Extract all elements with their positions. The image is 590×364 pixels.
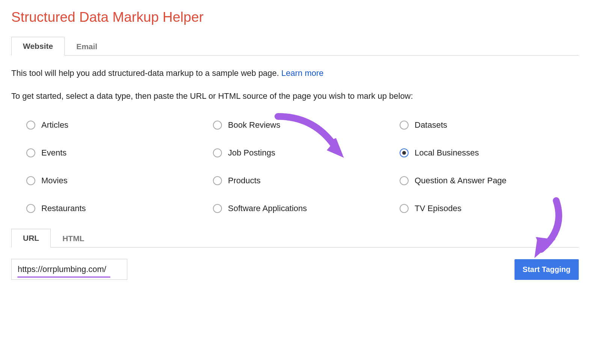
tab-website[interactable]: Website [11,37,65,56]
page-title: Structured Data Markup Helper [11,9,579,25]
annotation-underline [17,276,110,278]
radio-label: Local Businesses [415,148,479,158]
url-input-wrap [11,259,503,280]
radio-label: Job Postings [228,148,275,158]
radio-job-postings[interactable]: Job Postings [213,148,392,158]
radio-label: Book Reviews [228,120,280,130]
intro-line-2: To get started, select a data type, then… [11,90,579,102]
radio-software-applications[interactable]: Software Applications [213,204,392,213]
radio-label: Movies [41,176,68,186]
intro-line-1: This tool will help you add structured-d… [11,67,579,79]
radio-movies[interactable]: Movies [26,176,205,186]
radio-tv-episodes[interactable]: TV Episodes [400,204,579,213]
radio-restaurants[interactable]: Restaurants [26,204,205,213]
radio-label: Events [41,148,66,158]
radio-products[interactable]: Products [213,176,392,186]
radio-circle-icon [400,204,409,213]
data-type-grid: ArticlesBook ReviewsDatasetsEventsJob Po… [11,113,579,228]
radio-label: Restaurants [41,204,86,213]
input-row: Start Tagging [11,259,579,280]
radio-circle-icon [26,176,35,185]
radio-circle-icon [400,148,409,157]
radio-events[interactable]: Events [26,148,205,158]
radio-book-reviews[interactable]: Book Reviews [213,120,392,130]
radio-label: Datasets [415,120,447,130]
radio-circle-icon [26,148,35,157]
radio-circle-icon [26,204,35,213]
radio-circle-icon [213,176,222,185]
radio-label: Products [228,176,261,186]
radio-label: Question & Answer Page [415,176,507,186]
radio-qa-page[interactable]: Question & Answer Page [400,176,579,186]
radio-label: Software Applications [228,204,307,213]
tab-email[interactable]: Email [65,37,109,56]
radio-circle-icon [400,176,409,185]
start-tagging-button[interactable]: Start Tagging [515,259,579,280]
tab-html[interactable]: HTML [51,229,96,248]
radio-label: TV Episodes [415,204,462,213]
tab-url[interactable]: URL [11,229,51,248]
radio-circle-icon [213,148,222,157]
radio-local-businesses[interactable]: Local Businesses [400,148,579,158]
radio-articles[interactable]: Articles [26,120,205,130]
source-type-tabs: URL HTML [11,228,579,248]
intro-text-1: This tool will help you add structured-d… [11,68,281,78]
annotation-arrow-icon [270,109,353,169]
learn-more-link[interactable]: Learn more [281,68,324,78]
radio-circle-icon [400,121,409,130]
radio-circle-icon [213,121,222,130]
radio-circle-icon [213,204,222,213]
radio-label: Articles [41,120,68,130]
radio-datasets[interactable]: Datasets [400,120,579,130]
intro-block: This tool will help you add structured-d… [11,67,579,102]
content-type-tabs: Website Email [11,36,579,56]
radio-circle-icon [26,121,35,130]
